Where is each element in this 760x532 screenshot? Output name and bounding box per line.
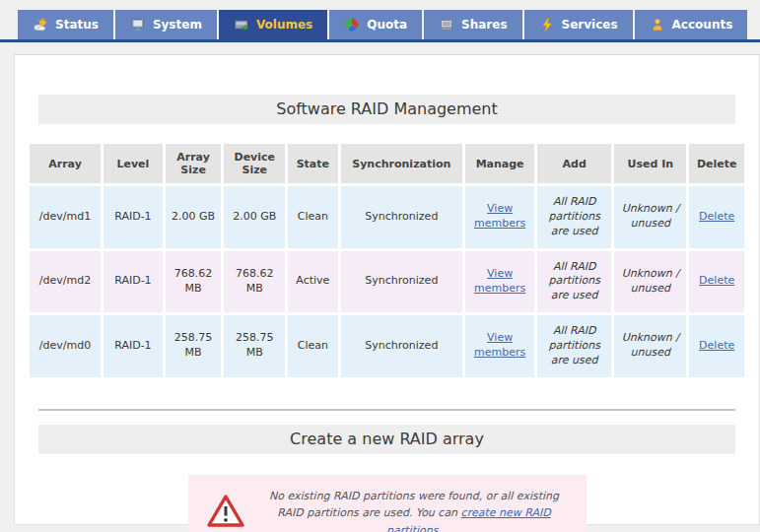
- table-row: /dev/md1 RAID-1 2.00 GB 2.00 GB Clean Sy…: [30, 186, 744, 248]
- cell-sync: Synchronized: [341, 315, 463, 377]
- cell-device-size: 2.00 GB: [224, 186, 285, 248]
- cell-device-size: 258.75 MB: [224, 315, 285, 377]
- cell-array-size: 258.75 MB: [166, 315, 222, 377]
- cell-add: All RAID partitions are used: [537, 251, 611, 313]
- table-header-row: Array Level Array Size Device Size State…: [30, 144, 744, 183]
- col-header-device-size: Device Size: [224, 144, 285, 183]
- tab-label: System: [153, 18, 202, 32]
- col-header-manage: Manage: [465, 144, 534, 183]
- cell-level: RAID-1: [104, 315, 163, 377]
- tab-accounts[interactable]: Accounts: [635, 10, 748, 39]
- view-members-link[interactable]: View members: [474, 331, 525, 359]
- col-header-add: Add: [537, 144, 611, 183]
- warning-triangle-icon: [206, 494, 245, 532]
- raid-management-title: Software RAID Management: [38, 95, 735, 124]
- pie-chart-icon: [344, 17, 360, 33]
- col-header-used-in: Used In: [614, 144, 686, 183]
- section-divider: [38, 409, 735, 411]
- warning-text-after: .: [438, 524, 442, 532]
- col-header-state: State: [288, 144, 337, 183]
- tab-label: Quota: [367, 18, 407, 32]
- table-row: /dev/md0 RAID-1 258.75 MB 258.75 MB Clea…: [30, 315, 744, 377]
- monitor-icon: [130, 17, 146, 33]
- view-members-link[interactable]: View members: [474, 267, 525, 295]
- tab-label: Shares: [461, 18, 507, 32]
- view-members-link[interactable]: View members: [474, 202, 525, 230]
- tab-label: Accounts: [672, 18, 733, 32]
- tab-label: Status: [55, 18, 99, 32]
- server-icon: [439, 17, 454, 33]
- tab-volumes[interactable]: Volumes: [219, 10, 327, 39]
- cell-used-in: Unknown / unused: [614, 315, 686, 377]
- user-icon: [650, 17, 665, 33]
- cell-array: /dev/md0: [30, 315, 101, 377]
- cell-level: RAID-1: [104, 251, 163, 313]
- col-header-array-size: Array Size: [166, 144, 222, 183]
- cell-state: Clean: [288, 315, 337, 377]
- warning-box: No existing RAID partitions were found, …: [188, 475, 587, 532]
- tab-system[interactable]: System: [115, 10, 217, 39]
- cell-used-in: Unknown / unused: [614, 186, 686, 248]
- raid-table: Array Level Array Size Device Size State…: [27, 141, 747, 380]
- cell-level: RAID-1: [104, 186, 163, 248]
- col-header-level: Level: [104, 144, 163, 183]
- cell-add: All RAID partitions are used: [537, 186, 611, 248]
- cell-sync: Synchronized: [341, 186, 463, 248]
- cell-sync: Synchronized: [341, 251, 463, 313]
- cell-state: Active: [288, 251, 337, 313]
- tab-quota[interactable]: Quota: [329, 10, 422, 39]
- cell-device-size: 768.62 MB: [224, 251, 285, 313]
- col-header-synchronization: Synchronization: [341, 144, 463, 183]
- delete-link[interactable]: Delete: [699, 210, 734, 223]
- delete-link[interactable]: Delete: [699, 339, 734, 352]
- lightning-icon: [539, 17, 555, 33]
- delete-link[interactable]: Delete: [699, 274, 734, 287]
- tab-status[interactable]: Status: [18, 10, 113, 39]
- weather-sun-cloud-icon: [33, 17, 48, 33]
- cell-used-in: Unknown / unused: [614, 251, 686, 313]
- cell-add: All RAID partitions are used: [537, 315, 611, 377]
- col-header-array: Array: [30, 144, 101, 183]
- warning-message: No existing RAID partitions were found, …: [260, 488, 569, 532]
- tab-label: Volumes: [256, 18, 312, 32]
- tab-shares[interactable]: Shares: [424, 10, 521, 39]
- cell-state: Clean: [288, 186, 337, 248]
- tab-label: Services: [562, 18, 618, 32]
- cell-array-size: 2.00 GB: [166, 186, 222, 248]
- drive-icon: [234, 17, 249, 33]
- cell-array-size: 768.62 MB: [166, 251, 222, 313]
- cell-array: /dev/md1: [30, 186, 101, 248]
- create-raid-title: Create a new RAID array: [38, 425, 735, 454]
- cell-array: /dev/md2: [30, 251, 101, 313]
- main-tabbar: Status System Volumes: [0, 0, 760, 42]
- col-header-delete: Delete: [689, 144, 744, 183]
- table-row: /dev/md2 RAID-1 768.62 MB 768.62 MB Acti…: [30, 251, 744, 313]
- tab-services[interactable]: Services: [524, 10, 633, 39]
- main-panel: Software RAID Management Array Level Arr…: [14, 54, 760, 525]
